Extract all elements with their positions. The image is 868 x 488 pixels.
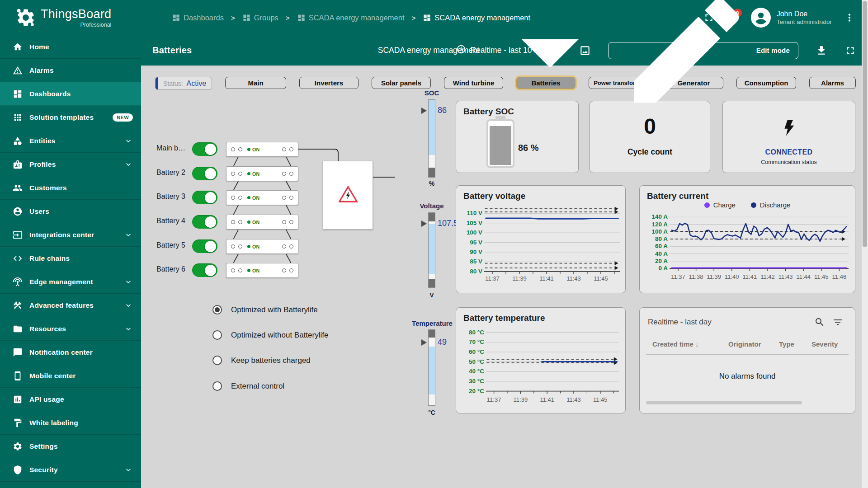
electric-warning-icon <box>338 184 359 205</box>
edit-mode-button[interactable]: Edit mode <box>608 42 798 59</box>
sidebar-item-white-labeling[interactable]: White labeling <box>0 411 141 435</box>
expand-fullscreen-icon[interactable] <box>844 45 856 56</box>
chevron-down-icon <box>124 277 133 286</box>
communication-status-label: Communication status <box>723 159 855 165</box>
alarms-horizontal-scrollbar[interactable] <box>646 401 802 404</box>
sidebar-item-label: Mobile center <box>29 372 76 380</box>
sidebar-item-alarms[interactable]: Alarms <box>0 59 141 82</box>
alarm-column-originator[interactable]: Originator <box>728 340 761 348</box>
sidebar-item-entities[interactable]: Entities <box>0 129 141 153</box>
converter-box[interactable] <box>323 161 373 230</box>
battery-toggle-5[interactable] <box>192 239 217 253</box>
dashboard-state-select[interactable]: SCADA energy management <box>378 0 617 119</box>
gauge-bar <box>428 329 435 406</box>
alarm-column-severity[interactable]: Severity <box>811 340 838 348</box>
radio-optimized-without-batterylife[interactable]: Optimized without Batterylife <box>212 330 328 340</box>
sidebar-item-label: Home <box>29 43 49 51</box>
sidebar-item-users[interactable]: Users <box>0 200 141 223</box>
y-axis-tick: 80 A <box>644 235 668 242</box>
battery-unit-4[interactable]: ON <box>226 215 298 230</box>
radio-button[interactable] <box>212 330 222 340</box>
chart-title: Battery current <box>647 191 708 201</box>
sidebar-item-dashboards[interactable]: Dashboards <box>0 82 141 106</box>
user-role: Tenant administrator <box>777 19 832 26</box>
battery-level-icon <box>486 119 514 168</box>
battery-voltage-chart: Battery voltage110 V105 V100 V95 V90 V85… <box>456 185 626 293</box>
gear-icon <box>13 441 23 451</box>
breadcrumb-item[interactable]: Dashboards <box>172 14 224 22</box>
more-vert-icon[interactable] <box>844 12 855 23</box>
download-icon[interactable] <box>816 45 827 56</box>
page-scrollbar-thumb[interactable] <box>863 1 867 247</box>
radio-button[interactable] <box>212 305 222 314</box>
alarm-column-type[interactable]: Type <box>779 340 794 348</box>
battery-switch-label: Battery 5 <box>149 241 185 249</box>
legend-item[interactable]: Charge <box>704 201 736 209</box>
alarm-warning-icon <box>13 66 23 75</box>
sidebar-item-resources[interactable]: Resources <box>0 317 141 341</box>
home-icon <box>13 42 23 52</box>
radio-keep-batteries-charged[interactable]: Keep batteries charged <box>212 356 311 365</box>
sidebar-item-security[interactable]: Security <box>0 458 141 482</box>
radio-button[interactable] <box>212 356 222 365</box>
sidebar-menu: Home Alarms Dashboards Solution template… <box>0 35 141 482</box>
chart-plot <box>486 328 619 399</box>
battery-unit-2[interactable]: ON <box>226 166 298 181</box>
battery-unit-6[interactable]: ON <box>226 263 298 278</box>
battery-toggle-1[interactable] <box>192 142 217 156</box>
legend-item[interactable]: Discharge <box>751 201 791 209</box>
sidebar-item-mobile-center[interactable]: Mobile center <box>0 364 141 388</box>
y-axis-tick: 40 A <box>644 250 668 257</box>
status-chip-value: Active <box>187 80 207 88</box>
page-scrollbar[interactable] <box>862 0 868 488</box>
tab-main[interactable]: Main <box>225 77 286 89</box>
caret-down-icon <box>481 0 618 119</box>
sidebar-item-edge-management[interactable]: Edge management <box>0 270 141 294</box>
battery-toggle-6[interactable] <box>192 263 217 277</box>
battery-unit-state: ON <box>252 220 259 225</box>
battery-toggle-2[interactable] <box>192 167 217 180</box>
search-icon[interactable] <box>814 317 825 328</box>
y-axis-tick: 110 V <box>461 210 482 216</box>
battery-toggle-4[interactable] <box>192 215 217 229</box>
sidebar-item-home[interactable]: Home <box>0 35 141 59</box>
radio-button[interactable] <box>212 381 222 391</box>
battery-unit-state: ON <box>252 244 259 249</box>
chevron-down-icon <box>124 324 133 333</box>
battery-toggle-3[interactable] <box>192 191 217 204</box>
tab-inverters[interactable]: Inverters <box>299 77 359 89</box>
sidebar-item-solution-templates[interactable]: Solution templatesNEW <box>0 106 141 129</box>
alarm-column-created-time[interactable]: Created time ↓ <box>652 340 699 348</box>
sort-arrow-icon: ↓ <box>695 340 699 348</box>
battery-unit-1[interactable]: ON <box>226 142 298 157</box>
breadcrumb-item[interactable]: Groups <box>242 14 278 22</box>
radio-optimized-with-batterylife[interactable]: Optimized with Batterylife <box>212 305 318 314</box>
sidebar-item-advanced-features[interactable]: Advanced features <box>0 294 141 317</box>
sidebar-item-api-usage[interactable]: API usage <box>0 388 141 411</box>
battery-unit-3[interactable]: ON <box>226 190 298 205</box>
sidebar-item-profiles[interactable]: Profiles <box>0 153 141 176</box>
radio-label: Keep batteries charged <box>231 356 311 365</box>
sidebar-item-rule-chains[interactable]: Rule chains <box>0 247 141 270</box>
battery-unit-5[interactable]: ON <box>226 239 298 254</box>
sidebar-item-customers[interactable]: Customers <box>0 176 141 200</box>
more-vert-icon <box>844 12 855 23</box>
sidebar-item-settings[interactable]: Settings <box>0 435 141 458</box>
thingsboard-logo[interactable]: ThingsBoard Professional <box>0 0 141 35</box>
badge-icon <box>13 160 23 169</box>
y-axis-tick: 70 °C <box>461 338 484 345</box>
battery-temperature-chart: Battery temperature80 °C70 °C60 °C50 °C4… <box>456 307 626 413</box>
sidebar-item-integrations-center[interactable]: Integrations center <box>0 223 141 247</box>
sidebar-item-notification-center[interactable]: Notification center <box>0 341 141 364</box>
integration-icon <box>13 230 23 240</box>
y-axis-tick: 100 A <box>644 228 668 235</box>
user-menu[interactable]: John Doe Tenant administrator <box>777 9 832 26</box>
chevron-down-icon <box>124 465 133 474</box>
tab-alarms[interactable]: Alarms <box>809 77 856 89</box>
radio-external-control[interactable]: External control <box>212 381 284 391</box>
filter-icon[interactable] <box>832 317 843 328</box>
chevron-down-icon <box>124 230 133 239</box>
y-axis-tick: 50 °C <box>461 358 484 365</box>
communication-status-value: CONNECTED <box>723 148 855 156</box>
entities-icon <box>13 136 23 146</box>
